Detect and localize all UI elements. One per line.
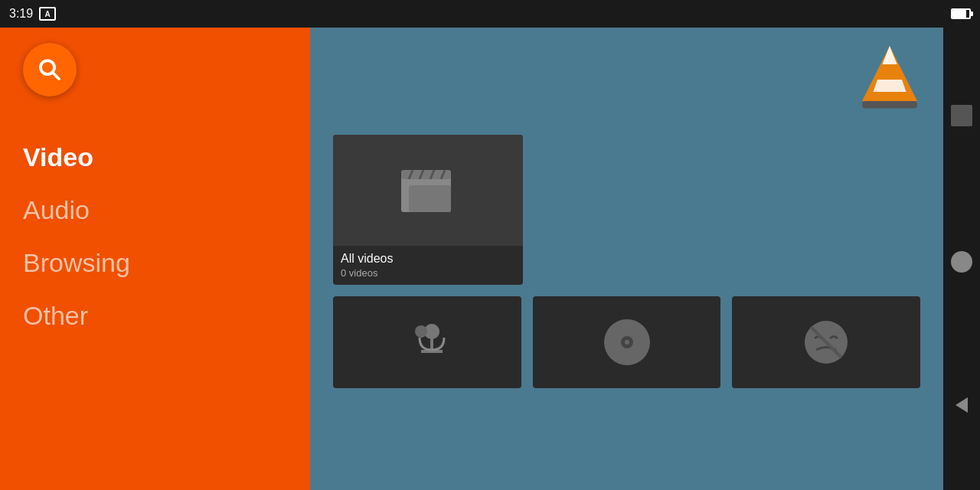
sidebar: Video Audio Browsing Other bbox=[0, 28, 310, 490]
sidebar-item-browsing[interactable]: Browsing bbox=[23, 248, 287, 278]
video-row-top: All videos 0 videos bbox=[333, 135, 920, 285]
battery-icon bbox=[951, 8, 971, 19]
input-icon-label: A bbox=[45, 10, 51, 18]
search-button[interactable] bbox=[23, 43, 77, 96]
video-card-artists[interactable] bbox=[333, 296, 521, 388]
nav-menu: Video Audio Browsing Other bbox=[23, 142, 287, 331]
svg-point-17 bbox=[415, 325, 427, 338]
video-card-albums[interactable] bbox=[533, 296, 721, 388]
video-grid: All videos 0 videos bbox=[333, 135, 920, 388]
video-thumbnail-all-videos bbox=[333, 135, 523, 246]
main-content: Video Audio Browsing Other bbox=[0, 28, 980, 490]
search-icon bbox=[36, 56, 64, 83]
video-info-all-videos: All videos 0 videos bbox=[333, 246, 523, 285]
status-right bbox=[951, 8, 971, 19]
video-count-all-videos: 0 videos bbox=[341, 267, 515, 279]
svg-point-20 bbox=[625, 340, 629, 345]
video-card-all-videos[interactable]: All videos 0 videos bbox=[333, 135, 523, 285]
video-card-genres[interactable] bbox=[732, 296, 920, 388]
svg-marker-4 bbox=[873, 80, 906, 92]
sidebar-item-other[interactable]: Other bbox=[23, 301, 287, 331]
svg-marker-3 bbox=[882, 46, 897, 64]
content-area: All videos 0 videos bbox=[310, 28, 943, 490]
status-bar: 3:19 A bbox=[0, 0, 980, 28]
svg-rect-5 bbox=[862, 101, 917, 109]
input-icon: A bbox=[39, 7, 56, 21]
status-left: 3:19 A bbox=[9, 7, 56, 21]
scroll-indicator[interactable] bbox=[951, 251, 972, 273]
video-row-bottom bbox=[333, 296, 920, 388]
battery-fill bbox=[952, 10, 966, 18]
svg-line-1 bbox=[53, 73, 59, 79]
back-button[interactable] bbox=[956, 397, 968, 413]
svg-rect-12 bbox=[409, 185, 451, 212]
right-controls bbox=[943, 28, 980, 490]
sidebar-item-audio[interactable]: Audio bbox=[23, 195, 287, 225]
time-display: 3:19 bbox=[9, 7, 33, 21]
vlc-logo bbox=[859, 43, 920, 104]
video-title-all-videos: All videos bbox=[341, 252, 515, 266]
stop-button[interactable] bbox=[951, 105, 972, 126]
sidebar-item-video[interactable]: Video bbox=[23, 142, 287, 172]
